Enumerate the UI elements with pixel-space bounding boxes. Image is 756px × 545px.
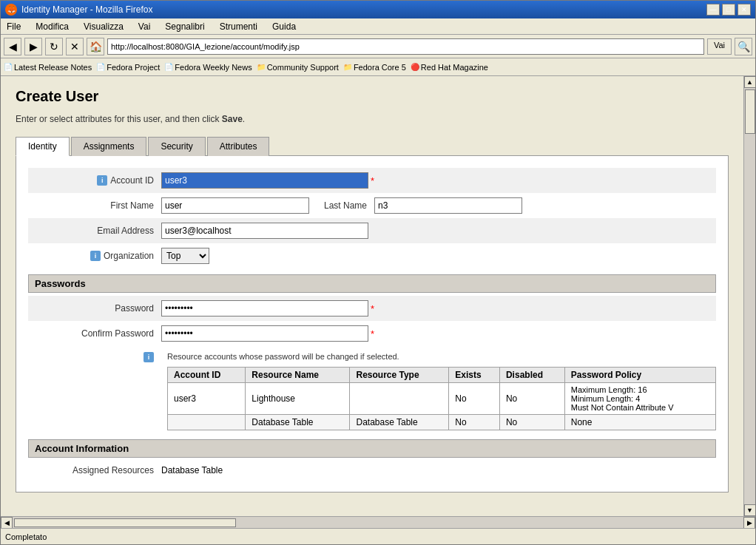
password-input[interactable] [161,300,368,316]
col-policy: Password Policy [564,368,715,383]
org-info-icon[interactable]: i [90,251,101,261]
bookmark-icon-3: 📁 [257,63,266,71]
title-bar: 🦊 Identity Manager - Mozilla Firefox — □… [1,1,755,18]
bookmark-weekly-news[interactable]: 📄 Fedora Weekly News [164,63,252,72]
account-id-input[interactable] [161,172,368,189]
first-name-input[interactable] [161,197,309,214]
password-required: * [371,303,374,314]
tab-attributes[interactable]: Attributes [207,137,270,156]
page-inner: Create User Enter or select attributes f… [1,76,743,504]
minimize-button[interactable]: — [706,4,720,16]
scroll-up-button[interactable]: ▲ [744,76,756,88]
menu-modifica[interactable]: Modifica [33,20,72,33]
row1-resource-type [350,383,449,415]
resource-info-icon[interactable]: i [144,352,154,362]
bookmark-fedora-project[interactable]: 📄 Fedora Project [96,63,160,72]
account-id-info-icon[interactable]: i [97,175,107,186]
row2-resource-type: Database Table [350,415,449,430]
go-button[interactable]: Vai [707,38,732,55]
resource-table-area: Resource accounts whose password will be… [167,349,716,430]
resource-note: Resource accounts whose password will be… [167,349,716,364]
scroll-right-button[interactable]: ▶ [743,517,755,529]
main-scroll[interactable]: Create User Enter or select attributes f… [1,76,743,516]
status-bar: Completato [1,528,755,544]
firefox-icon: 🦊 [5,4,17,16]
hscroll-track [13,517,743,529]
menu-visualizza[interactable]: Visualizza [81,20,126,33]
page-subtitle: Enter or select attributes for this user… [16,114,729,124]
vertical-scrollbar[interactable]: ▲ ▼ [743,76,755,516]
window-title: Identity Manager - Mozilla Firefox [21,4,152,15]
search-button[interactable]: 🔍 [735,38,752,55]
tab-content-identity: i Account ID * First Name Last Name [16,156,729,492]
close-button[interactable]: ✕ [738,4,751,16]
col-resource-type: Resource Type [350,368,449,383]
form-row-assigned-resources: Assigned Resources Database Table [28,461,716,480]
account-id-required: * [371,175,374,186]
menu-bar: File Modifica Visualizza Vai Segnalibri … [1,18,755,35]
col-disabled: Disabled [499,368,564,383]
scroll-down-button[interactable]: ▼ [744,504,756,516]
url-text: http://localhost:8080/GIA_lezione/accoun… [111,42,701,51]
hscroll-thumb[interactable] [14,518,236,527]
first-name-label: First Name [28,200,161,211]
bookmark-fedora-core5[interactable]: 📁 Fedora Core 5 [343,63,406,72]
menu-file[interactable]: File [4,20,24,33]
scroll-left-button[interactable]: ◀ [1,517,13,529]
row1-policy: Maximum Length: 16Minimum Length: 4Must … [564,383,715,415]
bookmark-community-support[interactable]: 📁 Community Support [257,63,339,72]
form-row-password: Password * [28,296,716,321]
menu-strumenti[interactable]: Strumenti [217,20,260,33]
form-row-email: Email Address [28,218,716,243]
maximize-button[interactable]: □ [722,4,735,16]
back-button[interactable]: ◀ [4,38,21,55]
menu-guida[interactable]: Guida [269,20,299,33]
tab-security[interactable]: Security [148,137,205,156]
table-row: user3 Lighthouse No No Maximum Length: 1… [168,383,716,415]
toolbar: ◀ ▶ ↻ ✕ 🏠 http://localhost:8080/GIA_lezi… [1,35,755,58]
org-label: i Organization [28,251,161,261]
menu-vai[interactable]: Vai [135,20,153,33]
status-text: Completato [5,532,47,541]
stop-button[interactable]: ✕ [66,38,84,55]
confirm-password-input[interactable] [161,325,368,342]
browser-window: 🦊 Identity Manager - Mozilla Firefox — □… [0,0,756,545]
account-info-section-header: Account Information [28,439,716,458]
resource-note-label-area: i [28,349,161,362]
form-row-confirm-password: Confirm Password * [28,321,716,346]
page-title: Create User [16,88,729,105]
bookmark-icon-5: 🔴 [411,63,419,71]
col-resource-name: Resource Name [246,368,350,383]
content-area: Create User Enter or select attributes f… [1,76,755,516]
table-row: Database Table Database Table No No None [168,415,716,430]
row2-disabled: No [499,415,564,430]
address-bar[interactable]: http://localhost:8080/GIA_lezione/accoun… [107,38,704,55]
assigned-resources-label: Assigned Resources [28,465,161,475]
row2-account-id [168,415,246,430]
resource-section: i Resource accounts whose password will … [28,349,716,430]
home-button[interactable]: 🏠 [87,38,104,55]
menu-segnalibri[interactable]: Segnalibri [162,20,207,33]
bookmark-redhat-magazine[interactable]: 🔴 Red Hat Magazine [411,63,488,72]
tabs-container: Identity Assignments Security Attributes [16,136,729,156]
confirm-password-label: Confirm Password [28,328,161,339]
row2-resource-name: Database Table [246,415,350,430]
email-input[interactable] [161,223,368,239]
bookmarks-bar: 📄 Latest Release Notes 📄 Fedora Project … [1,58,755,76]
form-row-account-id: i Account ID * [28,168,716,193]
col-exists: Exists [449,368,500,383]
bookmark-release-notes[interactable]: 📄 Latest Release Notes [4,63,92,72]
passwords-section-header: Passwords [28,274,716,293]
tab-identity[interactable]: Identity [16,137,70,156]
form-row-name: First Name Last Name [28,193,716,218]
forward-button[interactable]: ▶ [24,38,42,55]
last-name-input[interactable] [374,197,522,214]
password-policy-table: Account ID Resource Name Resource Type E… [167,367,716,430]
password-label: Password [28,303,161,314]
tab-assignments[interactable]: Assignments [71,137,147,156]
horizontal-scrollbar[interactable]: ◀ ▶ [1,516,755,528]
reload-button[interactable]: ↻ [45,38,63,55]
org-select[interactable]: Top Default [161,248,209,264]
bookmark-icon-1: 📄 [96,63,105,71]
scroll-thumb[interactable] [745,89,755,134]
